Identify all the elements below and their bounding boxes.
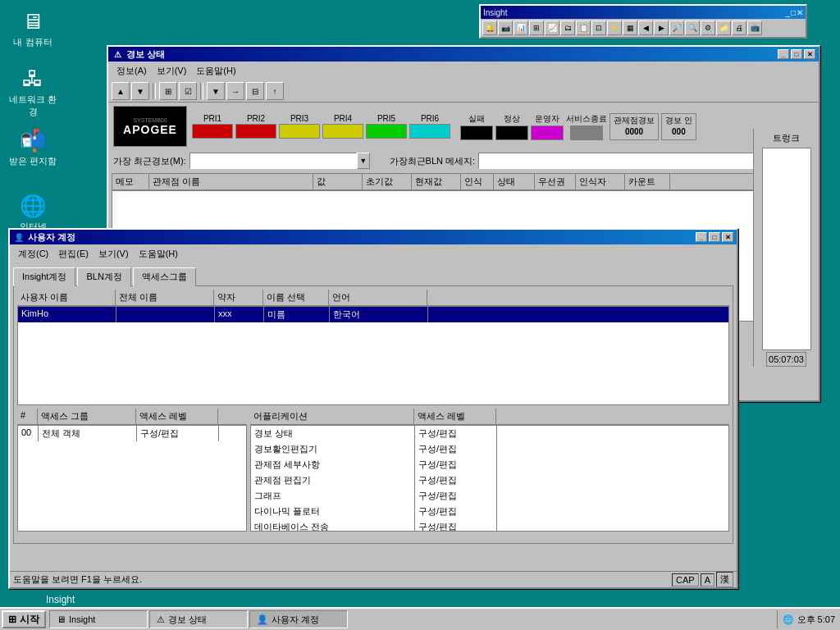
tb-zoomout-icon[interactable]: 🔍 [685, 21, 700, 35]
alert-minimize-btn[interactable]: _ [778, 49, 789, 59]
tab-insight-account[interactable]: Insight계정 [13, 267, 75, 286]
user-menu-view[interactable]: 보기(V) [94, 246, 134, 262]
app-row-0[interactable]: 경보 상태 구성/편집 [251, 426, 728, 441]
pri1-label: PRI1 [203, 114, 221, 123]
tb-table-btn[interactable]: ⊟ [246, 82, 264, 100]
tb-back-icon[interactable]: ◀ [638, 21, 653, 35]
user-table-row-0[interactable]: KimHo xxx 미름 한국어 [18, 307, 728, 322]
pri3-color [279, 124, 320, 139]
app-row-2[interactable]: 관제점 세부사항 구성/편집 [251, 457, 728, 472]
start-label: 시작 [20, 613, 39, 627]
user-menu-edit[interactable]: 편집(E) [53, 246, 94, 262]
col-name-select: 이름 선택 [263, 290, 329, 305]
tb-settings-icon[interactable]: ⚙ [701, 21, 715, 35]
taskbar-item-alert[interactable]: ⚠ 경보 상태 [149, 610, 248, 628]
col-count: 카운트 [625, 174, 670, 189]
access-right: 어플리케이션 액세스 레벨 경보 상태 구성/편집 경보활인편집기 구성/편집 [250, 409, 729, 540]
tb-chart2-icon[interactable]: ▦ [623, 21, 637, 35]
cell-nameselect-0: 미름 [264, 307, 330, 322]
network-taskbar-icon: 🌐 [783, 614, 794, 625]
user-title: 사용자 계정 [28, 231, 75, 244]
app-row-3[interactable]: 관제점 편집기 구성/편집 [251, 472, 728, 488]
insight-minimize-btn[interactable]: _ [785, 8, 790, 17]
recent-alert-label: 가장 최근경보(M): [113, 155, 186, 167]
user-maximize-btn[interactable]: □ [709, 232, 720, 242]
recent-alert-input[interactable] [189, 153, 357, 169]
pri2-color [235, 124, 276, 139]
tb-print-icon[interactable]: 🖨 [732, 21, 746, 35]
tb-camera-icon[interactable]: 📷 [498, 21, 513, 35]
desktop-icon-inbox[interactable]: 📬 받은 편지함 [8, 127, 57, 167]
user-close-btn[interactable]: ✕ [722, 232, 733, 242]
apogee-brand: APOGEE [123, 123, 177, 136]
col-value: 값 [313, 174, 363, 189]
col-point-name: 관제점 이름 [149, 174, 313, 189]
insight-close-btn[interactable]: ✕ [797, 8, 803, 17]
tb-grid-btn[interactable]: ⊞ [159, 82, 177, 100]
user-tab-content: 사용자 이름 전체 이름 약자 이름 선택 언어 KimHo xxx 미름 한국… [13, 285, 733, 544]
user-title-icon: 👤 [13, 231, 25, 243]
cell-username-0: KimHo [18, 307, 116, 322]
network-label: 네트워크 환경 [8, 94, 57, 118]
alert-menu-info[interactable]: 정보(A) [112, 63, 152, 79]
alert-menu-help[interactable]: 도움말(H) [191, 63, 240, 79]
app-row-6[interactable]: 데이타베이스 전송 구성/편집 [251, 519, 728, 532]
desktop-icon-mycomputer[interactable]: 🖥 내 컴퓨터 [8, 8, 57, 48]
tb-zoomin-icon[interactable]: 🔎 [669, 21, 684, 35]
user-minimize-btn[interactable]: _ [696, 232, 707, 242]
tb-folder2-icon[interactable]: 🗂 [560, 21, 575, 35]
desktop-icon-internet[interactable]: 🌐 인터넷 [8, 193, 57, 233]
status-service-label: 서비스종료 [566, 113, 607, 125]
recent-alert-dropdown[interactable]: ▼ [189, 153, 370, 169]
tb-cursor-btn[interactable]: ↑ [266, 82, 284, 100]
taskbar-item-user[interactable]: 👤 사용자 계정 [249, 610, 348, 628]
tb-box1-icon[interactable]: ⊞ [529, 21, 544, 35]
status-fail-label: 실패 [468, 113, 485, 125]
status-alert-ack-label: 경보 인 [665, 115, 692, 126]
app-row-4[interactable]: 그래프 구성/편집 [251, 488, 728, 504]
alert-close-btn[interactable]: ✕ [804, 49, 815, 59]
access-left: # 액세스 그룹 액세스 레벨 00 전체 객체 구성/편집 [17, 409, 247, 540]
cell-app-3: 관제점 편집기 [251, 472, 415, 488]
access-row-0[interactable]: 00 전체 객체 구성/편집 [18, 426, 246, 441]
app-row-5[interactable]: 다이나믹 플로터 구성/편집 [251, 504, 728, 519]
tab-access-group[interactable]: 액세스그룹 [133, 267, 196, 286]
alert-menu-view[interactable]: 보기(V) [152, 63, 192, 79]
taskbar-time: 오후 5:07 [797, 614, 835, 626]
pri6-color [409, 124, 450, 139]
tb-arrow-btn[interactable]: → [226, 82, 244, 100]
insight-maximize-btn[interactable]: □ [791, 8, 796, 17]
tb-monitor-icon[interactable]: 📺 [747, 21, 762, 35]
user-menu-help[interactable]: 도움말(H) [134, 246, 183, 262]
tb-clip-icon[interactable]: 📋 [576, 21, 591, 35]
start-button[interactable]: ⊞ 시작 [2, 610, 46, 628]
app-table-header: 어플리케이션 액세스 레벨 [250, 409, 729, 425]
tb-up-btn[interactable]: ▲ [112, 82, 130, 100]
user-table-body: KimHo xxx 미름 한국어 [17, 306, 729, 405]
tb-filter-btn[interactable]: ▼ [207, 82, 225, 100]
mycomputer-icon: 🖥 [20, 8, 46, 34]
tb-bell-icon[interactable]: 🔔 [482, 21, 497, 35]
tb-lightning-icon[interactable]: ⚡ [607, 21, 622, 35]
tb-box2-icon[interactable]: ⊡ [591, 21, 606, 35]
tb-chart-icon[interactable]: 📊 [514, 21, 528, 35]
tab-bln-account[interactable]: BLN계정 [77, 267, 130, 286]
cell-app-6: 데이타베이스 전송 [251, 519, 415, 532]
tb-down-btn[interactable]: ▼ [131, 82, 149, 100]
tb-trend-icon[interactable]: 📈 [545, 21, 559, 35]
tb-folder-icon[interactable]: 📁 [716, 21, 731, 35]
insight-mini-toolbar: 🔔 📷 📊 ⊞ 📈 🗂 📋 ⊡ ⚡ ▦ ◀ ▶ 🔎 🔍 ⚙ 📁 🖨 📺 [481, 19, 806, 37]
alert-maximize-btn[interactable]: □ [791, 49, 802, 59]
status-operator-label: 운영자 [535, 113, 559, 125]
desktop-icon-network[interactable]: 🖧 네트워크 환경 [8, 66, 57, 118]
tb-forward-icon[interactable]: ▶ [654, 21, 669, 35]
recent-alert-dropdown-btn[interactable]: ▼ [357, 153, 370, 169]
cap-indicator: CAP [672, 573, 699, 587]
app-row-1[interactable]: 경보활인편집기 구성/편집 [251, 441, 728, 457]
toolbar-sep2 [200, 83, 203, 99]
user-menu-account[interactable]: 계정(C) [13, 246, 53, 262]
taskbar-item-insight[interactable]: 🖥 Insight [49, 610, 148, 628]
taskbar: ⊞ 시작 🖥 Insight ⚠ 경보 상태 👤 사용자 계정 🌐 오후 5:0… [0, 607, 840, 630]
taskbar-alert-icon: ⚠ [157, 614, 165, 625]
tb-ack-btn[interactable]: ☑ [179, 82, 197, 100]
